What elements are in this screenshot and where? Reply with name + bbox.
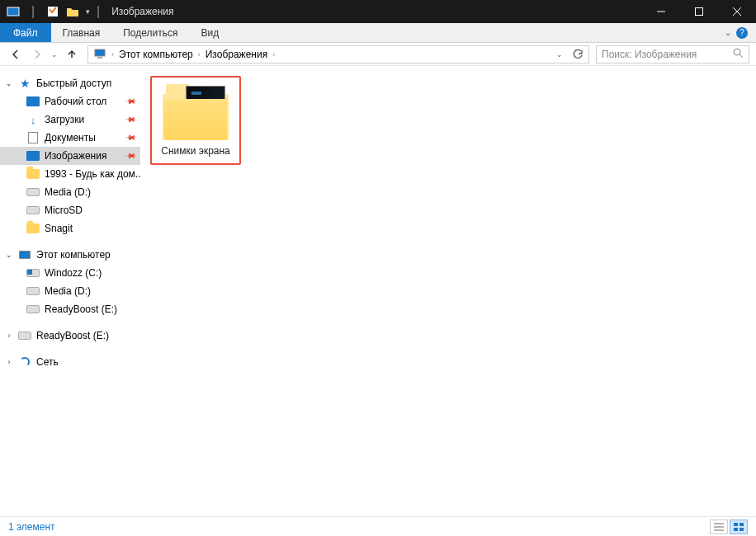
search-input[interactable]: Поиск: Изображения xyxy=(596,45,749,63)
tab-home[interactable]: Главная xyxy=(51,23,112,42)
sidebar-item-downloads[interactable]: ↓ Загрузки 📌 xyxy=(0,110,140,129)
sidebar-item-label: Media (D:) xyxy=(45,285,91,297)
ribbon: Файл Главная Поделиться Вид ⌄ ? xyxy=(0,23,756,43)
folder-label: Снимки экрана xyxy=(161,145,230,157)
pin-icon: 📌 xyxy=(125,132,137,144)
chevron-right-icon[interactable]: › xyxy=(5,331,13,340)
sidebar-item-snagit[interactable]: Snagit xyxy=(0,219,140,237)
this-pc-header[interactable]: ⌄ Этот компьютер xyxy=(0,246,140,264)
recent-dropdown[interactable]: ⌄ xyxy=(50,45,59,63)
folder-icon xyxy=(26,222,40,235)
file-tab[interactable]: Файл xyxy=(0,23,51,42)
sidebar-item-label: MicroSD xyxy=(45,205,83,216)
sidebar-item-documents[interactable]: Документы 📌 xyxy=(0,129,140,147)
breadcrumb-root[interactable]: Этот компьютер xyxy=(116,49,196,60)
refresh-button[interactable] xyxy=(569,49,587,60)
svg-rect-13 xyxy=(734,523,738,526)
svg-rect-15 xyxy=(734,528,738,531)
tab-share[interactable]: Поделиться xyxy=(111,23,189,42)
sidebar-item-label: Snagit xyxy=(45,223,73,234)
svg-rect-7 xyxy=(97,57,102,59)
network-label: Сеть xyxy=(36,356,59,368)
sidebar-item-osdrive[interactable]: Windozz (C:) xyxy=(0,264,140,282)
svg-rect-16 xyxy=(739,528,744,531)
svg-line-4 xyxy=(733,7,741,16)
drive-icon xyxy=(26,204,40,217)
pc-icon xyxy=(93,48,106,61)
forward-button[interactable] xyxy=(28,45,46,63)
sidebar-item-drive[interactable]: ReadyBoost (E:) xyxy=(0,300,140,318)
tab-view[interactable]: Вид xyxy=(189,23,230,42)
drive-icon xyxy=(18,329,31,342)
status-count: 1 элемент xyxy=(8,521,55,533)
extra-drive-header[interactable]: › ReadyBoost (E:) xyxy=(0,327,140,345)
view-thumbnails-button[interactable] xyxy=(730,520,748,534)
app-icon xyxy=(7,5,20,18)
sidebar-item-drive[interactable]: Media (D:) xyxy=(0,282,140,300)
svg-line-9 xyxy=(739,54,743,58)
sidebar-item-folder[interactable]: 1993 - Будь как дом... xyxy=(0,165,140,183)
view-details-button[interactable] xyxy=(710,520,728,534)
main-area: ⌄ ★ Быстрый доступ Рабочий стол 📌 ↓ Загр… xyxy=(0,66,756,515)
chevron-down-icon[interactable]: ⌄ xyxy=(5,251,13,259)
pc-icon xyxy=(18,248,31,261)
sidebar-item-images[interactable]: Изображения 📌 xyxy=(0,147,140,165)
chevron-right-icon[interactable]: › xyxy=(271,50,276,59)
sidebar-item-label: ReadyBoost (E:) xyxy=(45,303,117,315)
search-icon[interactable] xyxy=(733,48,744,61)
quick-access-label: Быстрый доступ xyxy=(36,78,111,89)
folder-item-screenshots[interactable]: Снимки экрана xyxy=(150,76,241,165)
desktop-icon xyxy=(26,95,40,108)
pin-icon: 📌 xyxy=(125,114,137,126)
qat-properties-icon[interactable] xyxy=(46,5,59,18)
sidebar-item-label: Изображения xyxy=(45,150,106,162)
svg-point-8 xyxy=(734,49,740,55)
images-icon xyxy=(26,149,40,162)
svg-rect-6 xyxy=(95,49,105,56)
breadcrumb-current[interactable]: Изображения xyxy=(202,49,271,60)
chevron-down-icon[interactable]: ⌄ xyxy=(5,79,13,87)
qat-dropdown-icon[interactable]: ▾ xyxy=(86,7,90,16)
pin-icon: 📌 xyxy=(125,96,137,108)
help-icon[interactable]: ? xyxy=(736,27,748,39)
network-icon xyxy=(18,355,31,369)
sidebar-item-label: Media (D:) xyxy=(45,186,91,198)
sidebar-item-label: 1993 - Будь как дом... xyxy=(45,168,140,180)
drive-icon xyxy=(26,266,40,280)
pin-icon: 📌 xyxy=(125,150,137,162)
search-placeholder: Поиск: Изображения xyxy=(602,49,697,60)
network-header[interactable]: › Сеть xyxy=(0,353,140,371)
window-title: Изображения xyxy=(111,6,173,17)
svg-rect-14 xyxy=(739,523,744,526)
drive-icon xyxy=(26,284,40,298)
chevron-right-icon[interactable]: › xyxy=(196,50,202,59)
svg-rect-0 xyxy=(7,7,19,16)
quick-access-header[interactable]: ⌄ ★ Быстрый доступ xyxy=(0,74,140,92)
minimize-button[interactable] xyxy=(642,0,680,23)
svg-line-5 xyxy=(733,7,741,16)
sidebar-item-label: Windozz (C:) xyxy=(45,267,102,279)
content-pane[interactable]: Снимки экрана xyxy=(140,66,756,515)
svg-rect-3 xyxy=(696,8,703,16)
breadcrumb[interactable]: › Этот компьютер › Изображения › ⌄ xyxy=(87,45,589,63)
titlebar-separator: | xyxy=(97,4,100,19)
drive-icon xyxy=(26,303,40,316)
sidebar-item-desktop[interactable]: Рабочий стол 📌 xyxy=(0,92,140,110)
folder-icon xyxy=(26,167,40,181)
chevron-right-icon[interactable]: › xyxy=(110,50,116,59)
drive-icon xyxy=(26,186,40,199)
sidebar-item-media[interactable]: Media (D:) xyxy=(0,183,140,201)
titlebar: | ▾ | Изображения xyxy=(0,0,756,23)
address-bar-row: ⌄ › Этот компьютер › Изображения › ⌄ Пои… xyxy=(0,43,756,66)
ribbon-collapse-icon[interactable]: ⌄ xyxy=(725,28,731,37)
back-button[interactable] xyxy=(7,45,25,63)
sidebar-item-microsd[interactable]: MicroSD xyxy=(0,201,140,219)
sidebar-item-label: Документы xyxy=(45,132,96,143)
this-pc-label: Этот компьютер xyxy=(36,249,111,261)
close-button[interactable] xyxy=(718,0,756,23)
breadcrumb-dropdown-icon[interactable]: ⌄ xyxy=(550,50,569,59)
downloads-icon: ↓ xyxy=(26,113,40,126)
chevron-right-icon[interactable]: › xyxy=(5,358,13,366)
maximize-button[interactable] xyxy=(680,0,718,23)
up-button[interactable] xyxy=(63,45,81,63)
